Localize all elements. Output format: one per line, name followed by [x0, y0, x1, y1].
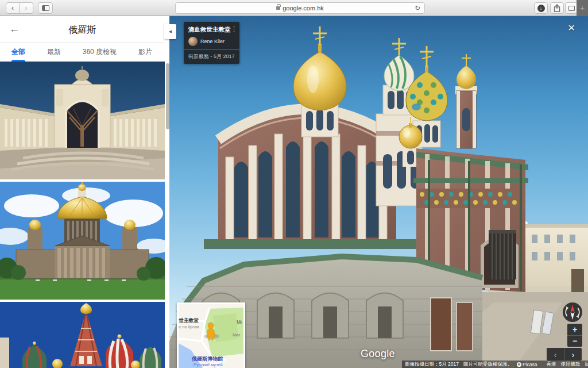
link-region[interactable]: 香港	[547, 361, 556, 368]
download-icon: ↓	[537, 5, 545, 12]
tab-all-label: 全部	[11, 47, 25, 57]
search-query-title: 俄羅斯	[0, 24, 165, 36]
history-nav: ‹ ›	[6, 2, 33, 14]
picasa-icon	[517, 362, 521, 367]
screenshot-root: ‹ › google.com.hk ↻ ↓ +	[0, 0, 588, 368]
refresh-icon[interactable]: ↻	[415, 4, 420, 12]
streetview-info-panel: 滴血救世主教堂 ⋮ Rene Klier 街景服務 - 5月 2017	[184, 22, 239, 64]
minimap-museum-label-ru: Русский музей	[194, 362, 223, 367]
tab-videos-label: 影片	[138, 47, 152, 57]
result-image-palace[interactable]	[0, 62, 165, 179]
cathedral-illustration	[0, 182, 165, 300]
share-icon	[554, 4, 560, 12]
link-terms[interactable]: 使用條款	[561, 361, 581, 368]
minimap-poi-label-zh: 救世主教堂	[179, 317, 199, 323]
back-icon: ‹	[11, 4, 14, 12]
author-name: Rene Klier	[200, 39, 225, 44]
share-button[interactable]	[550, 2, 564, 14]
downloads-button[interactable]: ↓	[534, 2, 548, 14]
filter-tabs: 全部 最新 360 度檢視 影片	[0, 43, 165, 62]
capture-date: 圖像拍攝日期：5月 2017	[405, 361, 459, 368]
minimap-poi-label-ru: ас на Крови	[179, 325, 199, 329]
url-field[interactable]: google.com.hk ↻	[175, 2, 425, 14]
author-avatar	[188, 37, 198, 46]
streetview-canvas[interactable]: 滴血救世主教堂 ⋮ Rene Klier 街景服務 - 5月 2017 ×	[169, 16, 588, 368]
picasa-credit[interactable]: Picasa	[517, 362, 537, 367]
capture-meta: 街景服務 - 5月 2017	[184, 50, 239, 64]
tabs-icon	[568, 6, 575, 11]
prev-scene-button[interactable]: ‹	[547, 348, 564, 361]
attribution-bar: 圖像拍攝日期：5月 2017 圖片可能受版權保護。 Picasa 香港 使用條款…	[402, 361, 588, 368]
close-icon[interactable]: ×	[568, 21, 575, 34]
picasa-label: Picasa	[523, 362, 537, 367]
image-results-sidebar: ← 俄羅斯 全部 最新 360 度檢視 影片	[0, 16, 165, 368]
minimap-park-label-1: Mi	[237, 319, 242, 325]
link-report[interactable]: 回報問題	[585, 361, 588, 368]
minimap-canvas: 救世主教堂 ас на Крови Mi Мих 俄羅斯博物館 Русский …	[179, 304, 243, 368]
tab-videos[interactable]: 影片	[138, 43, 152, 62]
sidebar-collapse-button[interactable]: ◀	[164, 24, 176, 39]
minimap-museum-label-zh: 俄羅斯博物館	[191, 356, 223, 362]
lock-icon	[276, 6, 280, 10]
minimap[interactable]: 救世主教堂 ас на Крови Mi Мих 俄羅斯博物館 Русский …	[177, 302, 245, 368]
sidebar-icon	[42, 5, 49, 11]
palace-illustration	[0, 62, 165, 179]
overflow-menu-icon[interactable]: ⋮	[231, 25, 237, 33]
new-tab-button[interactable]: +	[577, 0, 588, 16]
forward-button[interactable]: ›	[20, 2, 33, 14]
tab-all[interactable]: 全部	[11, 43, 25, 62]
zoom-in-button[interactable]: +	[567, 324, 582, 336]
next-scene-button[interactable]: ›	[564, 348, 582, 361]
compass-control[interactable]	[562, 302, 583, 323]
zoom-out-button[interactable]: −	[567, 336, 582, 347]
author-row[interactable]: Rene Klier	[184, 36, 239, 49]
google-logo: Google	[361, 348, 395, 360]
plus-icon: +	[580, 3, 585, 13]
url-text: google.com.hk	[283, 5, 324, 12]
tab-latest[interactable]: 最新	[47, 43, 61, 62]
result-image-onion-domes[interactable]	[0, 302, 165, 368]
tab-360-label: 360 度檢視	[83, 47, 117, 57]
collapse-arrow-icon: ◀	[169, 29, 172, 34]
tab-overview-button[interactable]	[565, 2, 578, 14]
minimap-park-label-2: Мих	[233, 333, 241, 337]
compass-icon	[562, 302, 583, 323]
scene-navigation: ‹ ›	[547, 348, 582, 361]
copyright-note: 圖片可能受版權保護。	[463, 361, 512, 368]
result-image-golden-dome[interactable]	[0, 182, 165, 300]
sidebar-header: ← 俄羅斯	[0, 16, 165, 43]
forward-icon: ›	[25, 4, 28, 12]
back-button[interactable]: ‹	[6, 2, 20, 14]
sidebar-toggle-button[interactable]	[38, 2, 53, 14]
zoom-controls: + −	[567, 324, 582, 347]
st-basils-illustration	[0, 302, 165, 368]
tab-360-view[interactable]: 360 度檢視	[83, 43, 117, 62]
browser-toolbar: ‹ › google.com.hk ↻ ↓ +	[0, 0, 588, 16]
tab-latest-label: 最新	[47, 47, 61, 57]
